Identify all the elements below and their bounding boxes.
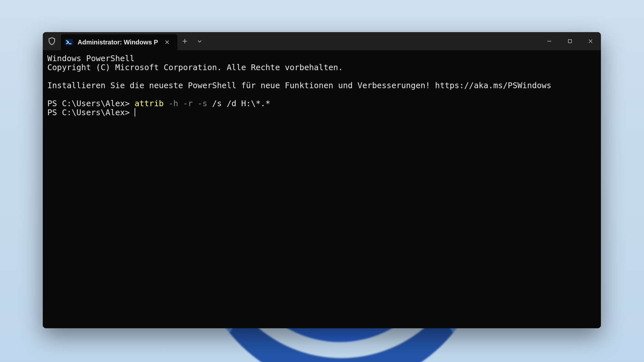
- window-controls: [539, 32, 601, 50]
- minimize-button[interactable]: [539, 32, 560, 50]
- tab-active[interactable]: Administrator: Windows Powe: [61, 34, 177, 50]
- command-args: /s /d H:\*.*: [207, 99, 270, 108]
- admin-shield-icon: [43, 32, 61, 50]
- tab-close-button[interactable]: [163, 38, 172, 47]
- chevron-down-icon: [197, 39, 202, 44]
- titlebar-drag-region[interactable]: [207, 32, 539, 50]
- close-icon: [588, 39, 593, 44]
- ps-install-hint: Installieren Sie die neueste PowerShell …: [47, 81, 551, 90]
- powershell-icon: [65, 38, 73, 46]
- ps-header-line-1: Windows PowerShell: [47, 54, 135, 63]
- maximize-icon: [568, 39, 572, 43]
- close-window-button[interactable]: [580, 32, 601, 50]
- prompt-1: PS C:\Users\Alex>: [47, 99, 135, 108]
- svg-rect-1: [568, 40, 572, 43]
- tab-title: Administrator: Windows Powe: [78, 39, 158, 46]
- new-tab-button[interactable]: [177, 32, 192, 50]
- minimize-icon: [547, 39, 552, 44]
- text-cursor: [135, 108, 135, 116]
- plus-icon: [182, 38, 188, 44]
- profile-dropdown-button[interactable]: [192, 32, 207, 50]
- command-flags: -h -r -s: [164, 99, 207, 108]
- terminal-window: Administrator: Windows Powe: [43, 32, 601, 328]
- maximize-button[interactable]: [560, 32, 580, 50]
- window-titlebar[interactable]: Administrator: Windows Powe: [43, 32, 601, 50]
- command-token: attrib: [135, 99, 164, 108]
- desktop-wallpaper: Administrator: Windows Powe: [0, 0, 644, 362]
- terminal-output[interactable]: Windows PowerShell Copyright (C) Microso…: [43, 50, 601, 328]
- ps-header-line-2: Copyright (C) Microsoft Corporation. All…: [47, 63, 343, 72]
- close-icon: [165, 40, 169, 44]
- prompt-2: PS C:\Users\Alex>: [47, 108, 135, 117]
